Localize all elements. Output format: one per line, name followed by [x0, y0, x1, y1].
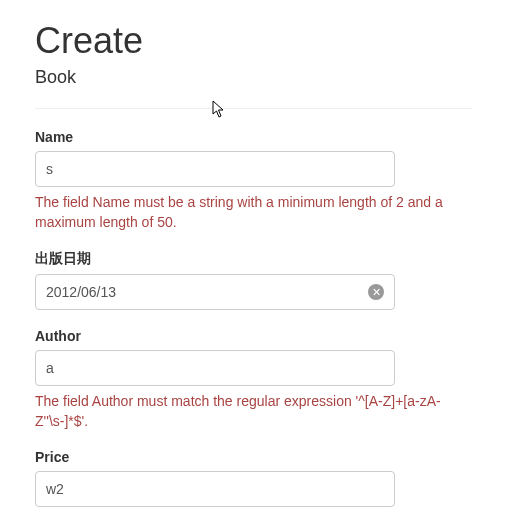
form-group-publish-date: 出版日期 2012/06/13 ✕: [35, 250, 472, 310]
name-error: The field Name must be a string with a m…: [35, 193, 472, 232]
author-error: The field Author must match the regular …: [35, 392, 472, 431]
form-group-name: Name The field Name must be a string wit…: [35, 129, 472, 232]
author-label: Author: [35, 328, 472, 344]
cursor-icon: [212, 100, 228, 120]
form-group-author: Author The field Author must match the r…: [35, 328, 472, 431]
author-input[interactable]: [35, 350, 395, 386]
name-label: Name: [35, 129, 472, 145]
form-group-price: Price The field Price must be a number.: [35, 449, 472, 515]
publish-date-value: 2012/06/13: [46, 284, 360, 300]
subtitle: Book: [35, 67, 472, 88]
price-label: Price: [35, 449, 472, 465]
price-input[interactable]: [35, 471, 395, 507]
divider: [35, 108, 472, 109]
publish-date-label: 出版日期: [35, 250, 472, 268]
page-title: Create: [35, 20, 472, 62]
name-input[interactable]: [35, 151, 395, 187]
clear-date-icon[interactable]: ✕: [368, 284, 384, 300]
publish-date-input[interactable]: 2012/06/13 ✕: [35, 274, 395, 310]
